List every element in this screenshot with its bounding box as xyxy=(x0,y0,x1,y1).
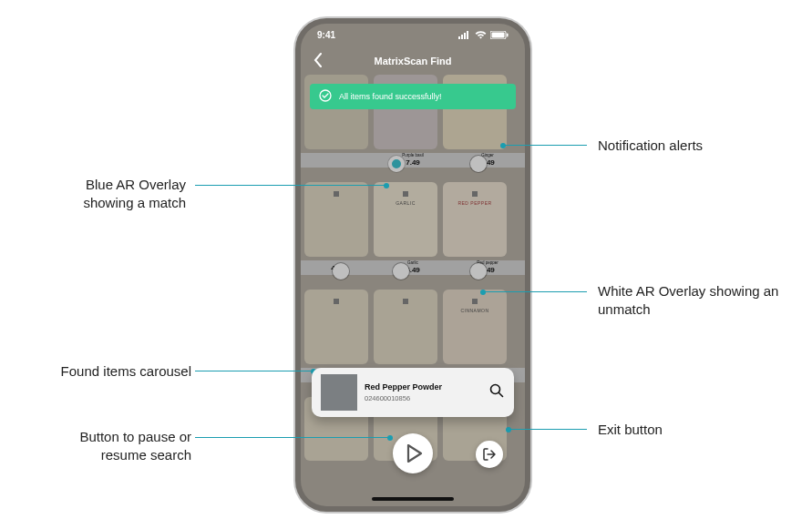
shelf-row: GARLIC RED PEPPER xyxy=(301,182,525,257)
svg-rect-3 xyxy=(467,31,468,39)
callout-exit: Exit button xyxy=(598,421,663,439)
phone-screen: 9:41 MatrixScan Find xyxy=(301,24,525,506)
found-items-carousel[interactable]: Red Pepper Powder 024600010856 xyxy=(312,368,514,417)
leader-line xyxy=(195,185,386,186)
leader-line xyxy=(195,371,313,371)
home-indicator xyxy=(372,497,454,501)
svg-point-7 xyxy=(320,90,331,101)
ar-overlay-unmatch[interactable] xyxy=(393,263,409,280)
screen-title: MatrixScan Find xyxy=(375,56,452,66)
search-icon[interactable] xyxy=(488,382,505,402)
svg-rect-6 xyxy=(507,33,509,36)
leader-line xyxy=(503,145,587,146)
status-time: 9:41 xyxy=(317,30,335,40)
callout-match: Blue AR Overlay showing a match xyxy=(58,176,186,211)
ar-overlay-unmatch[interactable] xyxy=(333,263,349,280)
callout-notification: Notification alerts xyxy=(598,137,703,155)
back-button[interactable] xyxy=(313,53,323,69)
callout-unmatch: White AR Overlay showing an unmatch xyxy=(598,282,780,318)
signal-icon xyxy=(458,31,471,39)
shelf-row: CINNAMON xyxy=(301,290,525,364)
svg-rect-2 xyxy=(464,33,466,39)
svg-rect-0 xyxy=(458,36,460,39)
notification-text: All items found successfully! xyxy=(339,92,442,101)
wifi-icon xyxy=(475,31,487,39)
exit-button[interactable] xyxy=(476,441,503,468)
battery-icon xyxy=(490,31,509,39)
item-code: 024600010856 xyxy=(365,394,481,402)
item-title: Red Pepper Powder xyxy=(365,382,481,392)
leader-line xyxy=(195,437,390,438)
status-bar: 9:41 xyxy=(301,24,525,46)
svg-rect-1 xyxy=(461,35,463,39)
ar-overlay-unmatch[interactable] xyxy=(470,156,487,172)
callout-carousel: Found items carousel xyxy=(36,362,191,381)
svg-rect-5 xyxy=(492,32,505,37)
nav-header: MatrixScan Find xyxy=(301,47,525,75)
leader-line xyxy=(509,429,587,430)
check-circle-icon xyxy=(319,89,332,104)
ar-overlay-unmatch[interactable] xyxy=(470,263,487,280)
leader-line xyxy=(483,291,587,292)
shelf-bar: Purple basil7.49 Ginger8.49 xyxy=(301,153,525,168)
callout-play: Button to pause or resume search xyxy=(46,428,191,463)
ar-overlay-match[interactable] xyxy=(388,156,405,172)
svg-line-9 xyxy=(499,393,503,397)
notification-banner: All items found successfully! xyxy=(310,84,516,109)
play-pause-button[interactable] xyxy=(393,433,433,473)
item-thumbnail xyxy=(321,374,357,411)
status-icons xyxy=(458,31,509,39)
